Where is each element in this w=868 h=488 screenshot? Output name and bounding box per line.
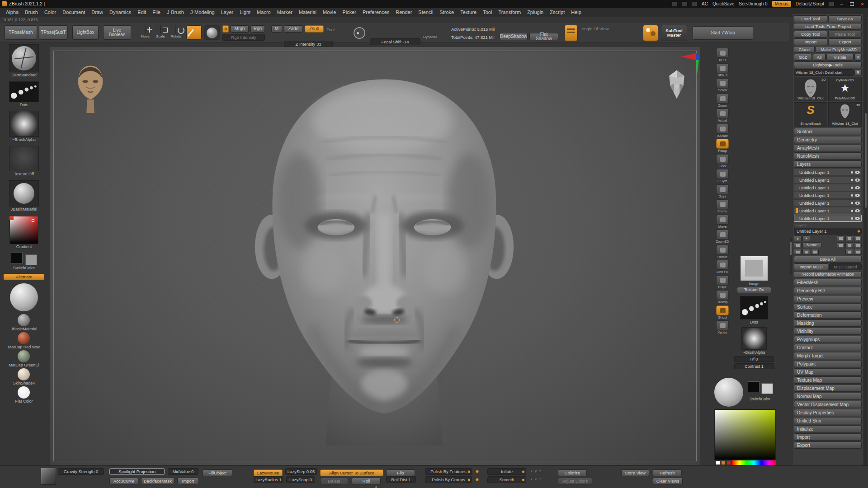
tposemesh-button[interactable]: TPoseMesh	[5, 25, 37, 40]
flatshadow-button[interactable]: Flat Shadow	[529, 33, 558, 40]
export-button[interactable]: Export	[828, 38, 862, 45]
tool-section[interactable]: Export	[794, 441, 862, 449]
menu-item[interactable]: Marker	[274, 9, 296, 15]
tool-section[interactable]: Vector Displacement Map	[794, 401, 862, 408]
current-alpha-thumbnail[interactable]	[9, 111, 39, 137]
start-zwrap-button[interactable]: Start ZWrap	[693, 26, 753, 40]
see-through-slider[interactable]: See-through 0	[739, 1, 767, 6]
paste-tool-button[interactable]: Paste Tool	[828, 31, 862, 38]
import-button[interactable]: Import	[177, 478, 199, 484]
menu-item[interactable]: Render	[392, 9, 415, 15]
secondary-color-swatch[interactable]	[761, 383, 773, 394]
polish-mode-dot[interactable]	[476, 470, 479, 473]
tool-section[interactable]: Displacement Map	[794, 385, 862, 392]
tool-section-layers[interactable]: Layers	[794, 160, 862, 168]
main-color-swatch[interactable]	[11, 253, 23, 263]
menu-item[interactable]: J-Modeling	[187, 9, 218, 15]
shelf-tool[interactable]: SPix 3	[716, 63, 729, 77]
tool-section[interactable]: FiberMesh	[794, 279, 862, 286]
layer-name-button[interactable]: Name	[802, 242, 821, 248]
layer-intensity-dot[interactable]	[851, 187, 853, 189]
color-sphere-icon[interactable]	[204, 25, 220, 40]
material-preview-sphere[interactable]	[714, 378, 743, 407]
tool-section[interactable]: Surface	[794, 303, 862, 310]
tool-section[interactable]: Visibility	[794, 328, 862, 335]
titlebar-icon[interactable]	[829, 2, 834, 6]
shelf-tool[interactable]: Move	[716, 215, 729, 229]
alpha-thumbnail[interactable]	[741, 327, 767, 350]
bake-all-button[interactable]: Bake All	[794, 256, 862, 263]
tool-section[interactable]: Masking	[794, 319, 862, 327]
current-tool-name[interactable]: Witcher-18_Cloth-Detail-start	[794, 69, 854, 76]
layer-intensity-dot[interactable]	[851, 179, 853, 181]
zadd-button[interactable]: Zadd	[284, 25, 303, 33]
shelf-tool[interactable]: Frame	[716, 199, 729, 213]
live-boolean-button[interactable]: Live Boolean	[103, 25, 131, 40]
material-item[interactable]: SkinShade4	[13, 368, 35, 385]
polish-mode-dot[interactable]	[476, 478, 479, 481]
menu-item[interactable]: Zscript	[547, 9, 568, 15]
tool-section[interactable]: Geometry	[794, 136, 862, 143]
refresh-button[interactable]: Refresh	[653, 469, 682, 476]
tool-section[interactable]: Polygroups	[794, 336, 862, 343]
clone-button[interactable]: Clone	[794, 46, 815, 53]
roll-dist-slider[interactable]: Roll Dist 1	[386, 476, 416, 483]
shelf-tool[interactable]: Zoom	[716, 94, 729, 108]
current-texture-thumbnail[interactable]	[9, 146, 39, 171]
viewport[interactable]	[50, 47, 700, 465]
tool-r-button[interactable]: R	[854, 69, 862, 76]
tool-section[interactable]: ArrayMesh	[794, 144, 862, 151]
deepshadow-button[interactable]: DeepShadow	[500, 33, 528, 40]
layer-tool-icon[interactable]	[854, 242, 862, 248]
polish-by-features-slider[interactable]: Polish By Features	[425, 468, 472, 475]
menu-item[interactable]: Transform	[495, 9, 524, 15]
shelf-tool[interactable]: Transp	[716, 290, 729, 304]
switch-color[interactable]	[11, 253, 37, 265]
menu-item[interactable]: Texture	[457, 9, 480, 15]
layer-tool-icon[interactable]	[811, 249, 819, 255]
tpose-subt-button[interactable]: TPose|SubT	[39, 25, 68, 40]
recent-tool-thumbnail[interactable]: 30 Witcher-18_Clot	[828, 102, 862, 127]
material-item[interactable]: Flat Color	[15, 386, 33, 404]
copy-tool-button[interactable]: Copy Tool	[794, 31, 827, 38]
stroke-dots-thumbnail[interactable]	[740, 296, 768, 319]
import-button[interactable]: Import	[794, 38, 827, 45]
layer-visibility-icon[interactable]	[855, 194, 860, 197]
contrast-slider[interactable]: Contrast 1	[734, 363, 774, 369]
menu-item[interactable]: Picker	[339, 9, 359, 15]
layer-visibility-icon[interactable]	[855, 178, 860, 182]
clear-views-button[interactable]: Clear Views	[653, 478, 683, 484]
layer-tool-icon[interactable]	[794, 242, 802, 248]
layer-tool-icon[interactable]	[854, 249, 862, 255]
material-item[interactable]: MatCap GreenCl	[9, 350, 39, 367]
save-as-button[interactable]: Save As	[828, 15, 862, 22]
titlebar-icon[interactable]	[692, 2, 697, 6]
tool-section[interactable]: Display Properties	[794, 409, 862, 416]
visible-button[interactable]: Visible	[826, 54, 854, 61]
layer-intensity-dot[interactable]	[851, 217, 853, 220]
all-button[interactable]: All	[813, 54, 826, 61]
menu-item[interactable]: Color	[41, 9, 59, 15]
close-button[interactable]	[859, 1, 865, 6]
layer-row[interactable]: Untitled Layer 1	[794, 192, 862, 199]
layer-tool-icon[interactable]	[837, 235, 844, 241]
shelf-grip[interactable]	[367, 485, 385, 488]
accucurve-button[interactable]: AccuCurve	[109, 478, 138, 484]
tool-section[interactable]: Preview	[794, 295, 862, 302]
gravity-strength-slider[interactable]: Gravity Strength 0	[58, 468, 104, 475]
lazyradius-slider[interactable]: LazyRadius 1	[254, 476, 283, 483]
shelf-tool[interactable]: Scroll	[716, 78, 729, 92]
current-material-thumbnail[interactable]	[9, 180, 39, 206]
midvalue-slider[interactable]: MidValue 0	[168, 468, 198, 475]
stroke-curve-icon[interactable]	[354, 27, 365, 39]
rf-slider[interactable]: Rf 0	[734, 356, 774, 362]
default-zscript-button[interactable]: DefaultZScript	[796, 1, 824, 6]
shelf-tool[interactable]: Xpose	[716, 320, 729, 334]
z-intensity-slider[interactable]: Z Intensity 33	[284, 41, 333, 47]
reference-head-thumbnail[interactable]	[73, 62, 108, 113]
titlebar-icon[interactable]	[682, 2, 687, 6]
shelf-tool[interactable]: PolyF	[716, 275, 729, 289]
menu-item[interactable]: Tool	[480, 9, 495, 15]
menu-item[interactable]: Draw	[88, 9, 106, 15]
menu-item[interactable]: Edit	[134, 9, 149, 15]
